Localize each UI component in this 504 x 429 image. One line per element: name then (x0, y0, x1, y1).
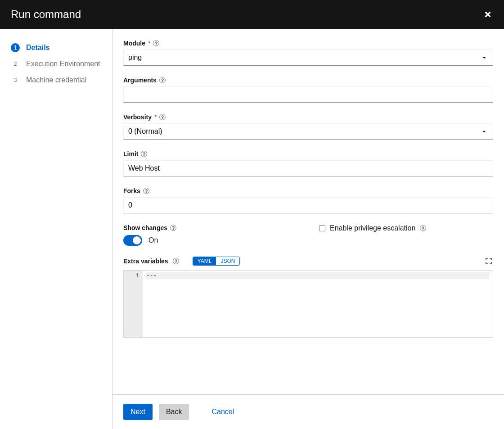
arguments-input[interactable] (123, 86, 493, 103)
field-forks: Forks (123, 187, 493, 213)
switch-knob (133, 236, 141, 244)
close-icon (484, 10, 492, 18)
module-select[interactable] (123, 50, 493, 66)
step-label: Execution Environment (26, 60, 100, 68)
format-toggle-group: YAML JSON (193, 257, 240, 266)
next-button[interactable]: Next (123, 404, 153, 420)
field-module: Module * (123, 40, 493, 66)
help-icon[interactable] (153, 40, 159, 46)
verbosity-dropdown-toggle[interactable] (479, 126, 490, 137)
help-icon[interactable] (141, 151, 147, 157)
help-icon[interactable] (159, 77, 166, 83)
step-number: 3 (11, 76, 20, 85)
show-changes-label: Show changes (123, 224, 167, 231)
extra-vars-editor[interactable]: 1 --- (123, 270, 493, 338)
show-changes-toggle[interactable] (123, 235, 142, 246)
step-details[interactable]: 1 Details (11, 40, 105, 56)
module-label: Module (123, 40, 145, 47)
arguments-label: Arguments (123, 77, 157, 84)
field-privilege-escalation: Enable privilege escalation (319, 224, 493, 246)
line-number: 1 (126, 272, 139, 279)
caret-down-icon (482, 55, 486, 60)
extra-vars-label: Extra variables (123, 257, 168, 265)
modal-title: Run command (11, 8, 81, 21)
editor-body: --- (143, 271, 493, 337)
privilege-checkbox[interactable] (319, 225, 325, 231)
step-label: Machine credential (26, 76, 86, 84)
step-number: 1 (11, 43, 20, 52)
help-icon[interactable] (173, 258, 179, 264)
forks-input[interactable] (123, 197, 493, 213)
cancel-button[interactable]: Cancel (204, 404, 241, 420)
field-limit: Limit (123, 150, 493, 176)
code-line: --- (146, 272, 489, 279)
field-arguments: Arguments (123, 77, 493, 103)
help-icon[interactable] (170, 225, 176, 231)
limit-input[interactable] (123, 160, 493, 176)
form-area: Module * Arguments (112, 29, 504, 394)
required-indicator: * (148, 40, 150, 47)
required-indicator: * (154, 113, 157, 121)
close-button[interactable] (482, 9, 493, 20)
field-show-changes: Show changes On (123, 224, 297, 246)
back-button[interactable]: Back (159, 404, 189, 420)
verbosity-label: Verbosity (123, 113, 152, 121)
caret-down-icon (482, 129, 486, 134)
field-verbosity: Verbosity * (123, 113, 493, 140)
help-icon[interactable] (143, 188, 149, 194)
expand-editor-button[interactable] (484, 257, 493, 266)
wizard-footer: Next Back Cancel (112, 394, 504, 429)
step-execution-environment[interactable]: 2 Execution Environment (11, 56, 105, 72)
forks-label: Forks (123, 187, 140, 194)
limit-label: Limit (123, 150, 138, 158)
yaml-format-button[interactable]: YAML (193, 257, 216, 265)
module-dropdown-toggle[interactable] (479, 52, 490, 63)
step-number: 2 (11, 59, 20, 68)
wizard-sidebar: 1 Details 2 Execution Environment 3 Mach… (0, 29, 112, 429)
expand-icon (485, 257, 492, 265)
privilege-label: Enable privilege escalation (330, 224, 415, 232)
editor-gutter: 1 (124, 271, 143, 337)
modal-header: Run command (0, 0, 504, 29)
field-extra-variables: Extra variables YAML JSON 1 (123, 257, 493, 338)
help-icon[interactable] (420, 225, 426, 231)
toggle-state-text: On (148, 236, 158, 244)
verbosity-select[interactable] (123, 123, 493, 140)
step-machine-credential[interactable]: 3 Machine credential (11, 72, 105, 88)
json-format-button[interactable]: JSON (216, 257, 239, 265)
step-label: Details (26, 44, 50, 52)
help-icon[interactable] (159, 114, 166, 120)
